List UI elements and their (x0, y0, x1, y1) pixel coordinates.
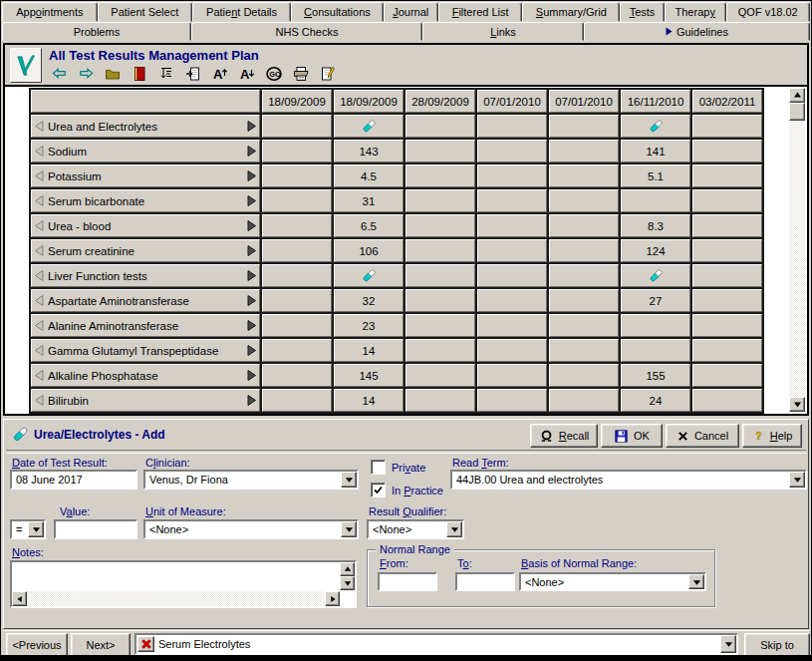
result-cell[interactable]: 14 (334, 389, 404, 412)
notes-vertical-scrollbar[interactable] (340, 562, 355, 591)
result-cell[interactable]: 4.5 (334, 165, 404, 187)
result-cell[interactable] (406, 314, 475, 337)
row-label-alkaline-phosphatase[interactable]: Alkaline Phosphatase (31, 364, 260, 387)
result-cell[interactable]: 24 (621, 389, 690, 412)
tab-therapy[interactable]: Therapy (665, 2, 726, 22)
row-left-arrow-icon[interactable] (35, 170, 44, 181)
result-cell[interactable] (692, 314, 762, 337)
row-label-urea-and-electrolytes[interactable]: Urea and Electrolytes (31, 115, 260, 138)
row-left-arrow-icon[interactable] (35, 220, 44, 231)
red-book-icon[interactable] (128, 64, 151, 83)
row-label-liver-function-tests[interactable]: Liver Function tests (31, 264, 260, 287)
font-decrease-icon[interactable]: A (235, 64, 259, 83)
result-cell[interactable] (262, 239, 332, 262)
tab-appointments[interactable]: Appointments (2, 2, 98, 22)
result-cell[interactable]: 141 (621, 140, 690, 163)
guideline-section-select[interactable]: Serum Electrolytes (135, 633, 738, 655)
result-qualifier-select[interactable]: <None> (367, 519, 464, 539)
result-cell[interactable] (477, 289, 547, 312)
row-left-arrow-icon[interactable] (35, 320, 44, 331)
result-cell[interactable] (334, 115, 404, 138)
result-cell[interactable] (262, 314, 332, 337)
result-cell[interactable] (477, 165, 547, 187)
result-cell[interactable] (621, 264, 690, 287)
result-cell[interactable]: 23 (334, 314, 404, 337)
row-left-arrow-icon[interactable] (35, 345, 44, 356)
result-cell[interactable] (621, 339, 690, 362)
row-left-arrow-icon[interactable] (35, 370, 44, 381)
result-cell[interactable] (406, 140, 475, 163)
cancel-button[interactable]: Cancel (666, 424, 739, 448)
edit-page-icon[interactable] (316, 64, 340, 83)
result-cell[interactable] (549, 189, 619, 212)
tab-journal[interactable]: Journal (384, 2, 438, 22)
basis-of-normal-range-select[interactable]: <None> (519, 572, 706, 591)
result-cell[interactable]: 143 (334, 140, 404, 163)
dropdown-arrow-icon[interactable] (688, 574, 704, 589)
result-cell[interactable]: 145 (334, 364, 404, 387)
tab-patient-select[interactable]: Patient Select (98, 2, 192, 22)
table-vertical-scrollbar[interactable] (789, 88, 805, 412)
value-input[interactable] (54, 519, 137, 539)
font-increase-icon[interactable]: A (208, 64, 232, 83)
result-cell[interactable]: 14 (334, 339, 404, 362)
result-cell[interactable] (692, 339, 762, 362)
result-cell[interactable] (692, 389, 762, 412)
result-cell[interactable] (406, 165, 475, 187)
result-cell[interactable]: 27 (621, 289, 690, 312)
result-cell[interactable] (262, 364, 332, 387)
forward-arrow-icon[interactable] (74, 64, 98, 83)
tab-filtered-list[interactable]: Filtered List (438, 2, 523, 22)
result-cell[interactable]: 124 (621, 239, 690, 262)
result-cell[interactable] (549, 140, 619, 163)
recall-button[interactable]: Recall (530, 424, 598, 448)
row-label-aspartate-aminotransferase[interactable]: Aspartate Aminotransferase (31, 289, 260, 312)
row-right-arrow-icon[interactable] (247, 146, 256, 157)
notes-horizontal-scrollbar[interactable] (12, 591, 340, 606)
result-cell[interactable] (692, 165, 762, 187)
row-left-arrow-icon[interactable] (35, 121, 44, 132)
row-label-serum-bicarbonate[interactable]: Serum bicarbonate (31, 189, 260, 212)
date-column-header[interactable]: 18/09/2009 (262, 90, 332, 113)
result-cell[interactable] (262, 339, 332, 362)
back-arrow-icon[interactable] (47, 64, 71, 83)
tab-patient-details[interactable]: Patient Details (192, 2, 291, 22)
result-cell[interactable] (692, 115, 762, 138)
result-cell[interactable] (692, 214, 762, 237)
result-cell[interactable]: 8.3 (621, 214, 690, 237)
row-right-arrow-icon[interactable] (247, 170, 256, 181)
previous-button[interactable]: <Previous (6, 633, 68, 657)
dropdown-arrow-icon[interactable] (28, 521, 44, 537)
row-label-sodium[interactable]: Sodium (31, 140, 260, 163)
result-cell[interactable]: 32 (334, 289, 404, 312)
result-cell[interactable] (262, 289, 332, 312)
result-cell[interactable] (406, 264, 475, 287)
scroll-right-icon[interactable] (325, 591, 340, 606)
row-label-urea-blood[interactable]: Urea - blood (31, 214, 260, 237)
result-cell[interactable] (692, 289, 762, 312)
read-term-select[interactable]: 44JB.00 Urea and electrolytes (450, 470, 807, 490)
row-right-arrow-icon[interactable] (247, 121, 256, 132)
row-right-arrow-icon[interactable] (247, 270, 256, 281)
row-right-arrow-icon[interactable] (247, 370, 256, 381)
result-cell[interactable] (621, 314, 690, 337)
row-left-arrow-icon[interactable] (35, 270, 44, 281)
help-button[interactable]: ? Help (742, 424, 802, 448)
result-cell[interactable]: 155 (621, 364, 690, 387)
next-button[interactable]: Next> (71, 633, 131, 657)
result-cell[interactable]: 6.5 (334, 214, 404, 237)
result-cell[interactable] (406, 189, 475, 212)
row-right-arrow-icon[interactable] (247, 295, 256, 306)
tab-qof-v18-02[interactable]: QOF v18.02 (726, 2, 810, 22)
result-cell[interactable] (549, 214, 619, 237)
result-cell[interactable] (262, 389, 332, 412)
result-cell[interactable] (477, 140, 547, 163)
result-cell[interactable] (477, 214, 547, 237)
private-checkbox[interactable]: Private (371, 460, 425, 475)
result-cell[interactable] (549, 314, 619, 337)
result-cell[interactable] (621, 189, 690, 212)
result-cell[interactable] (549, 165, 619, 187)
to-input[interactable] (455, 572, 515, 591)
row-left-arrow-icon[interactable] (35, 245, 44, 256)
dropdown-arrow-icon[interactable] (720, 635, 736, 653)
